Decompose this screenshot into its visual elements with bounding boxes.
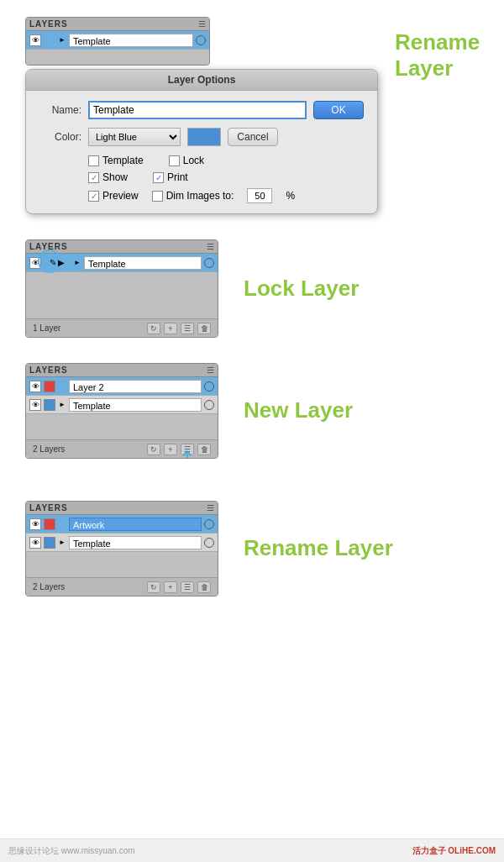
dialog-checkboxes-row3: Preview Dim Images to: % — [88, 188, 364, 203]
dim-checkbox-item: Dim Images to: — [152, 190, 234, 202]
panel-footer-4: 2 Layers ↻ + ☰ 🗑 — [26, 577, 218, 596]
footer-icon-layers[interactable]: ☰ — [181, 323, 194, 334]
eye-icon-3b[interactable]: 👁 — [29, 399, 41, 411]
footer-label-3: 2 Layers — [33, 444, 65, 454]
template-checkbox[interactable] — [88, 155, 99, 166]
layer-name-box-artwork[interactable]: Artwork — [69, 518, 202, 531]
footer-icon-trash-3[interactable]: 🗑 — [197, 444, 211, 455]
new-layer-title: New Layer — [244, 397, 353, 423]
section-lock-layer: LAYERS ☰ 👁 ✎ ▶ ► Template 1 Layer ↻ — [0, 214, 504, 346]
triangle-icon-1[interactable]: ► — [58, 36, 66, 45]
dim-checkbox[interactable] — [152, 191, 163, 202]
layers-label-4: LAYERS — [29, 503, 68, 512]
panel-footer-2: 1 Layer ↻ + ☰ 🗑 — [26, 318, 218, 337]
color-select[interactable]: Light Blue Red Green Yellow — [88, 128, 181, 146]
layers-panel-header-4: LAYERS ☰ — [26, 502, 218, 515]
footer-icon-trash[interactable]: 🗑 — [197, 323, 211, 334]
layer-name-box-3b[interactable]: Template — [69, 398, 202, 412]
eye-icon-1[interactable]: 👁 — [29, 34, 41, 46]
dialog-title-bar: Layer Options — [26, 70, 377, 91]
eye-icon-3a[interactable]: 👁 — [29, 381, 41, 392]
layer-circle-4b — [204, 538, 214, 548]
dialog-name-row: Name: OK — [39, 101, 364, 119]
triangle-icon-3a[interactable] — [58, 382, 66, 391]
footer-icon-recycle[interactable]: ↻ — [147, 323, 160, 334]
dialog-content: Name: OK Color: Light Blue Red Green Yel… — [26, 91, 377, 213]
footer-icon-add-3[interactable]: + — [164, 444, 177, 455]
layers-panel-header-3: LAYERS ☰ — [26, 364, 218, 377]
footer-icon-recycle-3[interactable]: ↻ — [147, 444, 160, 455]
layer-circle-3a — [204, 381, 214, 392]
triangle-icon-2[interactable]: ► — [73, 259, 81, 267]
layer-row-template-1[interactable]: 👁 ► Template — [26, 31, 209, 50]
layer-row-lock[interactable]: 👁 ✎ ▶ ► Template — [26, 254, 218, 272]
print-checkbox[interactable] — [153, 172, 164, 183]
eye-icon-4b[interactable]: 👁 — [29, 537, 41, 549]
panel-menu-icon-3[interactable]: ☰ — [207, 365, 214, 375]
cancel-button[interactable]: Cancel — [228, 128, 278, 146]
footer-bar: 思缘设计论坛 www.missyuan.com 活力盒子 OLiHE.COM — [0, 838, 504, 862]
lock-pencil-area[interactable]: ✎ ▶ — [44, 255, 71, 271]
layer-name-box-2[interactable]: Template — [84, 256, 202, 270]
footer-icon-add[interactable]: + — [164, 323, 177, 334]
show-checkbox[interactable] — [88, 172, 99, 183]
section1-left: LAYERS ☰ 👁 ► Template Layer Options — [25, 17, 378, 214]
layer-circle-4a — [204, 519, 214, 529]
footer-right-logo: 活力盒子 OLiHE.COM — [412, 845, 496, 857]
section-rename-bottom: LAYERS ☰ 👁 Artwork 👁 ► Template 2 — [0, 467, 504, 622]
eye-icon-4a[interactable]: 👁 — [29, 518, 41, 530]
panel-menu-icon-2[interactable]: ☰ — [207, 242, 214, 251]
footer-icon-recycle-4[interactable]: ↻ — [147, 581, 160, 593]
layer-circle-2 — [204, 258, 214, 268]
layers-panel-4: LAYERS ☰ 👁 Artwork 👁 ► Template 2 — [25, 501, 218, 597]
preview-checkbox[interactable] — [88, 191, 99, 202]
preview-label: Preview — [102, 190, 139, 202]
lock-layer-title: Lock Layer — [244, 276, 359, 301]
template-checkbox-item: Template — [88, 155, 144, 166]
layer-name-box-1[interactable]: Template — [69, 34, 193, 47]
layer-circle-1 — [196, 35, 206, 45]
layer-name-box-4b[interactable]: Template — [69, 536, 202, 549]
template-label: Template — [102, 155, 144, 166]
print-checkbox-item: Print — [153, 171, 188, 183]
layer-row-template-3[interactable]: 👁 ► Template — [26, 396, 218, 414]
footer-label-2: 1 Layer — [33, 323, 60, 333]
panel-menu-icon-4[interactable]: ☰ — [207, 503, 214, 512]
dim-input[interactable] — [247, 188, 272, 203]
panel-menu-icon-1[interactable]: ☰ — [198, 19, 206, 29]
triangle-icon-3b[interactable]: ► — [58, 401, 66, 409]
triangle-icon-4a[interactable] — [58, 520, 66, 528]
name-input[interactable] — [88, 101, 307, 119]
print-label: Print — [167, 171, 188, 183]
percent-label: % — [286, 190, 295, 202]
layer-name-box-3a[interactable]: Layer 2 — [69, 380, 202, 393]
footer-icon-add-4[interactable]: + — [164, 581, 177, 593]
dim-label: Dim Images to: — [166, 190, 234, 202]
lock-checkbox-item: Lock — [169, 155, 204, 166]
dialog-color-row: Color: Light Blue Red Green Yellow Cance… — [39, 128, 364, 146]
dialog-checkboxes-row2: Show Print — [88, 171, 364, 183]
layer-row-artwork[interactable]: 👁 Artwork — [26, 515, 218, 533]
lock-icon[interactable]: ✎ — [50, 258, 56, 267]
lock-checkbox[interactable] — [169, 155, 180, 166]
triangle-icon-4b[interactable]: ► — [58, 539, 66, 547]
footer-left-text: 思缘设计论坛 www.missyuan.com — [8, 845, 135, 857]
layers-label-1: LAYERS — [29, 19, 68, 29]
layers-panel-3: LAYERS ☰ 👁 Layer 2 👁 ► Template 2 — [25, 363, 218, 459]
footer-icons-3: ↻ + ☰ 🗑 — [147, 444, 211, 455]
layers-panel-header-1: LAYERS ☰ — [26, 18, 209, 31]
footer-icon-trash-4[interactable]: 🗑 — [197, 581, 211, 593]
layer-options-dialog: Layer Options Name: OK Color: Light Blue… — [25, 69, 378, 214]
layers-panel-1: LAYERS ☰ 👁 ► Template — [25, 17, 210, 66]
layer-row-template-4[interactable]: 👁 ► Template — [26, 533, 218, 552]
show-label: Show — [102, 171, 128, 183]
color-label: Color: — [39, 131, 81, 143]
panel-empty-3 — [26, 414, 218, 439]
layer-row-new[interactable]: 👁 Layer 2 — [26, 377, 218, 396]
panel-empty-1 — [26, 50, 209, 65]
footer-icon-layers-4[interactable]: ☰ — [181, 581, 194, 593]
rename-layer-title-1: Rename Layer — [395, 29, 480, 81]
show-checkbox-item: Show — [88, 171, 128, 183]
name-label: Name: — [39, 104, 81, 116]
ok-button[interactable]: OK — [313, 101, 364, 119]
